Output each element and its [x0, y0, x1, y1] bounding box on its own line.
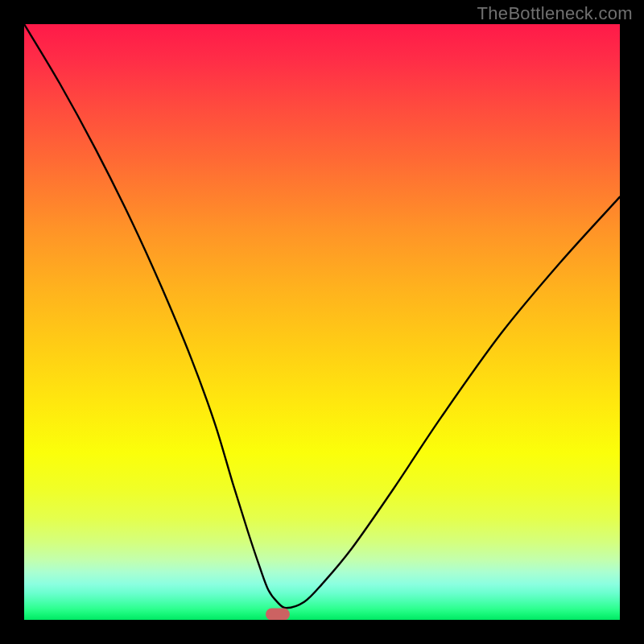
chart-frame: TheBottleneck.com: [0, 0, 644, 644]
plot-area: [24, 24, 620, 620]
bottleneck-curve: [24, 24, 620, 620]
watermark-text: TheBottleneck.com: [477, 3, 633, 24]
optimal-point-marker: [266, 608, 290, 620]
